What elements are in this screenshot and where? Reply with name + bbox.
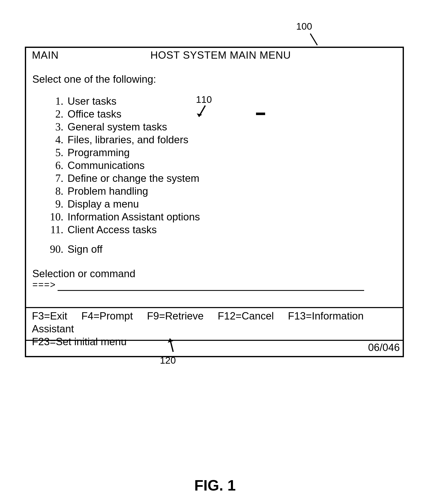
- menu-item-label: General system tasks: [68, 120, 167, 133]
- menu-item-number: 3.: [43, 120, 63, 133]
- screen-name-label: MAIN: [32, 49, 59, 61]
- select-prompt: Select one of the following:: [32, 73, 156, 85]
- figure-caption: FIG. 1: [0, 477, 430, 494]
- menu-item[interactable]: 5.Programming: [43, 146, 200, 159]
- menu-item[interactable]: 8.Problem handling: [43, 185, 200, 198]
- fkey-f12[interactable]: F12=Cancel: [218, 310, 274, 322]
- menu-item-label: Communications: [68, 159, 145, 172]
- menu-item-signoff[interactable]: 90.Sign off: [43, 243, 103, 256]
- menu-item-label: Information Assistant options: [68, 210, 200, 223]
- menu-item-label: Programming: [68, 146, 130, 159]
- menu-item[interactable]: 6.Communications: [43, 159, 200, 172]
- menu-item[interactable]: 11.Client Access tasks: [43, 223, 200, 236]
- command-label: Selection or command: [32, 268, 135, 280]
- terminal-header: MAIN HOST SYSTEM MAIN MENU: [26, 48, 403, 62]
- callout-100: 100: [296, 21, 312, 32]
- menu-item-number: 11.: [43, 223, 63, 236]
- menu-item-number: 7.: [43, 172, 63, 185]
- menu-item[interactable]: 4.Files, libraries, and folders: [43, 133, 200, 146]
- menu-item-number: 90.: [43, 243, 63, 256]
- menu-item[interactable]: 3.General system tasks: [43, 120, 200, 133]
- menu-item[interactable]: 10.Information Assistant options: [43, 210, 200, 223]
- menu-item-number: 2.: [43, 108, 63, 120]
- terminal-screen: MAIN HOST SYSTEM MAIN MENU Select one of…: [25, 47, 404, 357]
- menu-item-number: 5.: [43, 146, 63, 159]
- fkey-f4[interactable]: F4=Prompt: [81, 310, 133, 322]
- menu-item-label: Office tasks: [68, 108, 121, 120]
- menu-item-label: Files, libraries, and folders: [68, 133, 188, 146]
- menu-item-number: 8.: [43, 185, 63, 198]
- menu-item-number: 9.: [43, 198, 63, 210]
- menu-item-number: 1.: [43, 95, 63, 108]
- screen-title: HOST SYSTEM MAIN MENU: [150, 49, 291, 61]
- menu-item-number: 4.: [43, 133, 63, 146]
- callout-110-arrow-icon: [196, 104, 211, 121]
- command-input[interactable]: [58, 282, 364, 291]
- menu-item-label: Define or change the system: [68, 172, 199, 185]
- menu-item[interactable]: 2.Office tasks: [43, 108, 200, 120]
- menu-item-label: Problem handling: [68, 185, 148, 198]
- divider: [26, 340, 403, 341]
- menu-item-label: Display a menu: [68, 198, 139, 210]
- divider: [26, 307, 403, 308]
- svg-marker-2: [197, 113, 202, 117]
- command-line[interactable]: ===>: [32, 280, 364, 291]
- callout-110: 110: [196, 94, 212, 105]
- text-cursor-icon: [256, 113, 265, 115]
- svg-line-0: [310, 34, 317, 45]
- menu-item[interactable]: 1.User tasks: [43, 95, 200, 108]
- fkey-f9[interactable]: F9=Retrieve: [147, 310, 204, 322]
- menu-item-label: User tasks: [68, 95, 116, 108]
- menu-list: 1.User tasks 2.Office tasks 3.General sy…: [43, 95, 200, 236]
- callout-120: 120: [160, 355, 176, 366]
- menu-item-number: 6.: [43, 159, 63, 172]
- menu-item[interactable]: 7.Define or change the system: [43, 172, 200, 185]
- menu-item-number: 10.: [43, 210, 63, 223]
- callout-100-leader-icon: [309, 33, 319, 47]
- fkey-f3[interactable]: F3=Exit: [32, 310, 67, 322]
- menu-item[interactable]: 9.Display a menu: [43, 198, 200, 210]
- menu-item-label: Sign off: [68, 243, 103, 256]
- command-prompt-arrow: ===>: [32, 280, 56, 291]
- status-position: 06/046: [26, 342, 400, 353]
- menu-item-label: Client Access tasks: [68, 223, 157, 236]
